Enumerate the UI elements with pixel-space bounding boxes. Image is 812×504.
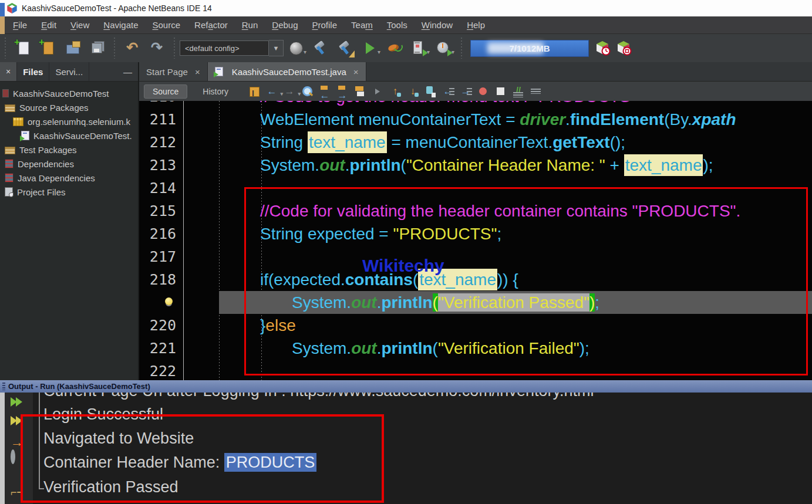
tree-item-test-packages[interactable]: Test Packages: [0, 143, 138, 157]
find-next-icon[interactable]: →: [335, 84, 349, 99]
config-dropdown[interactable]: <default config>: [180, 40, 269, 56]
shift-line-right-icon[interactable]: →: [459, 84, 473, 99]
profile-ide-stop-icon[interactable]: [616, 40, 632, 56]
back-icon[interactable]: ←▾: [265, 84, 279, 99]
line-number[interactable]: [139, 291, 176, 314]
menu-refactor[interactable]: Refactor: [187, 16, 235, 34]
line-number[interactable]: 213: [139, 154, 176, 177]
line-number[interactable]: 218: [139, 268, 176, 291]
find-previous-icon[interactable]: ←: [318, 84, 332, 99]
sidebar-minimize-icon[interactable]: —: [117, 62, 138, 81]
close-icon[interactable]: ×: [195, 67, 200, 77]
save-all-icon[interactable]: [86, 38, 107, 59]
new-file-icon[interactable]: +: [12, 38, 33, 59]
memory-usage-bar[interactable]: 7/1012MB: [470, 40, 589, 57]
line-number[interactable]: 220: [139, 314, 176, 337]
tree-item-kaashivsaucedemotest[interactable]: KaashivSauceDemoTest.: [0, 128, 138, 143]
settings-gear-icon[interactable]: [11, 452, 28, 466]
close-icon[interactable]: ×: [353, 67, 359, 77]
hint-lightbulb-icon[interactable]: [165, 297, 173, 305]
menu-edit[interactable]: Edit: [34, 16, 63, 34]
tree-item-source-packages[interactable]: Source Packages: [0, 100, 138, 114]
code-line-212[interactable]: String text_name = menuContainerText.get…: [183, 131, 812, 154]
previous-bookmark-icon[interactable]: ↑: [388, 84, 402, 99]
code-line-210[interactable]: // Code to get the header menu text : "P…: [183, 101, 812, 108]
menu-file[interactable]: File: [6, 16, 34, 34]
code-editor[interactable]: 210211212213214215216217218220221222 // …: [139, 101, 812, 380]
line-number[interactable]: 216: [139, 222, 176, 245]
config-dropdown-arrow-icon[interactable]: ▼: [269, 40, 284, 56]
code-line-215[interactable]: //Code for validating the header contain…: [183, 199, 812, 222]
comment-icon[interactable]: //: [511, 84, 525, 99]
uncomment-icon[interactable]: [529, 84, 543, 99]
output-console[interactable]: → ⌐¬ Current Page Url after Logging In :…: [0, 393, 812, 504]
debug-project-icon[interactable]: [384, 38, 405, 59]
menu-window[interactable]: Window: [415, 16, 460, 34]
sidebar-tab-services[interactable]: Servi...: [49, 62, 89, 81]
menu-source[interactable]: Source: [146, 16, 188, 34]
line-number[interactable]: 215: [139, 199, 176, 222]
code-line-213[interactable]: System.out.println("Container Header Nam…: [183, 154, 812, 177]
forward-icon[interactable]: →▾: [282, 84, 297, 99]
line-number[interactable]: 221: [139, 337, 176, 360]
editor-tab-kaashivsaucedemotest-java[interactable]: KaashivSauceDemoTest.java×: [208, 62, 366, 81]
jump-to-action-icon[interactable]: →: [11, 435, 28, 449]
tree-item-java-dependencies[interactable]: Java Dependencies: [0, 171, 138, 185]
line-number[interactable]: 222: [139, 360, 176, 380]
last-edit-location-icon[interactable]: [247, 84, 261, 99]
menu-help[interactable]: Help: [460, 16, 492, 34]
profile-project-icon[interactable]: ▾: [409, 38, 430, 59]
code-line-214[interactable]: [183, 177, 812, 199]
menu-run[interactable]: Run: [235, 16, 265, 34]
line-number[interactable]: 211: [139, 108, 176, 131]
menu-profile[interactable]: Profile: [305, 16, 345, 34]
line-number[interactable]: 214: [139, 177, 176, 199]
menu-view[interactable]: View: [63, 16, 96, 34]
new-project-icon[interactable]: +: [37, 38, 58, 59]
history-view-button[interactable]: History: [196, 85, 235, 98]
sidebar-tab-files[interactable]: Files: [17, 62, 49, 81]
rerun-icon[interactable]: [11, 397, 28, 411]
tree-item-org-selenumhq-selenium-k[interactable]: org.selenumhq.selenium.k: [0, 114, 138, 128]
line-number[interactable]: 212: [139, 131, 176, 154]
profile-ide-clock-icon[interactable]: [595, 40, 611, 56]
menu-team[interactable]: Team: [344, 16, 380, 34]
run-project-icon[interactable]: ▾: [359, 38, 380, 59]
tree-item-dependencies[interactable]: Dependencies: [0, 157, 138, 171]
rerun-with-changes-icon[interactable]: [11, 416, 28, 430]
tree-item-kaashivsaucedemotest[interactable]: KaashivSauceDemoTest: [0, 86, 138, 100]
redo-icon[interactable]: ↷: [146, 38, 167, 59]
toggle-highlight-icon[interactable]: [353, 84, 367, 99]
code-line-220[interactable]: }else: [183, 314, 812, 337]
code-line-222[interactable]: [183, 360, 812, 380]
find-selection-icon[interactable]: [300, 84, 314, 99]
open-project-icon[interactable]: [62, 38, 83, 59]
line-number[interactable]: 210: [139, 101, 176, 108]
options-wrench-icon[interactable]: ⌐¬: [11, 486, 28, 500]
code-line-219[interactable]: System.out.println("Verification Passed"…: [183, 291, 812, 314]
editor-tab-start-page[interactable]: Start Page×: [139, 62, 208, 81]
build-project-icon[interactable]: [310, 38, 331, 59]
undo-icon[interactable]: ↶: [122, 38, 143, 59]
code-line-217[interactable]: [183, 245, 812, 268]
sidebar-tab-close-icon[interactable]: ×: [0, 62, 17, 81]
code-line-211[interactable]: WebElement menuContainerText = driver.fi…: [183, 108, 812, 131]
code-line-216[interactable]: String expected = "PRODUCTS";: [183, 222, 812, 245]
source-view-button[interactable]: Source: [144, 84, 187, 99]
shift-line-left-icon[interactable]: ←: [441, 84, 455, 99]
line-number[interactable]: 217: [139, 245, 176, 268]
profile-clock-icon[interactable]: ▾: [433, 38, 454, 59]
code-line-221[interactable]: System.out.println("Verification Failed"…: [183, 337, 812, 360]
menu-debug[interactable]: Debug: [265, 16, 305, 34]
tree-item-project-files[interactable]: Project Files: [0, 185, 138, 199]
stop-macro-recording-icon[interactable]: [494, 84, 508, 99]
menu-tools[interactable]: Tools: [380, 16, 415, 34]
web-browser-icon[interactable]: ▾: [285, 38, 306, 59]
run-to-cursor-icon[interactable]: [370, 84, 385, 99]
stop-build-icon[interactable]: [11, 469, 28, 483]
menu-navigate[interactable]: Navigate: [96, 16, 145, 34]
clean-build-icon[interactable]: [335, 38, 356, 59]
code-line-218[interactable]: if(expected.contains(text_name)) {: [183, 268, 812, 291]
toggle-bookmark-icon[interactable]: [423, 84, 437, 99]
start-macro-recording-icon[interactable]: [476, 84, 490, 99]
